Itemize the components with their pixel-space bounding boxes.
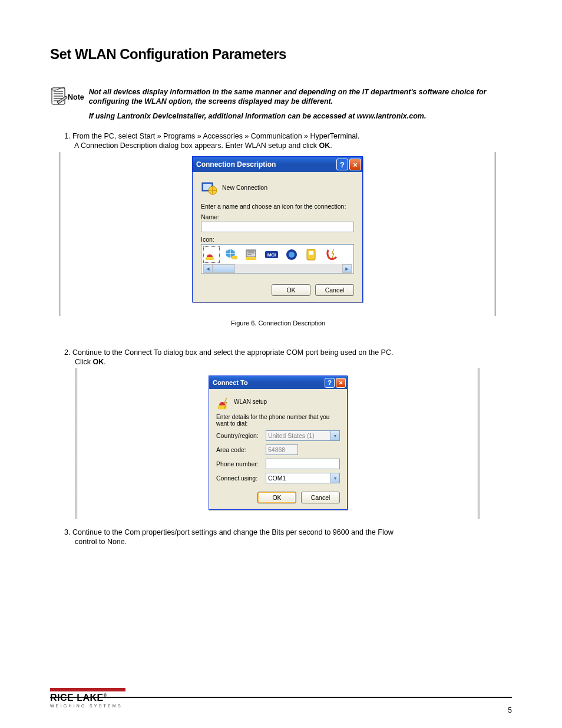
globe-dark-icon[interactable] (283, 246, 300, 263)
country-select[interactable] (266, 430, 340, 441)
country-label: Country/region: (216, 432, 262, 439)
area-code-label: Area code: (216, 446, 262, 453)
page-number: 5 (508, 706, 512, 714)
step1-line1: 1. From the PC, select Start » Programs … (64, 132, 360, 140)
chevron-down-icon[interactable]: ▾ (330, 473, 339, 483)
mci-icon[interactable]: MCI (263, 246, 280, 263)
globe-phone-icon[interactable] (223, 246, 240, 263)
modem-icon[interactable] (243, 246, 260, 263)
connect-using-label: Connect using: (216, 475, 262, 482)
brand-logo: RICE LAKE® (50, 693, 107, 703)
icon-scrollbar[interactable]: ◄ ► (203, 264, 352, 273)
cancel-button[interactable]: Cancel (315, 284, 354, 296)
svg-point-17 (289, 252, 295, 258)
svg-rect-11 (232, 256, 237, 259)
figure6-caption: Figure 6. Connection Description (231, 319, 325, 327)
scroll-track[interactable] (235, 264, 342, 273)
note-text-2: If using Lantronix DeviceInstaller, addi… (89, 111, 515, 121)
cancel-button[interactable]: Cancel (301, 492, 340, 503)
connection-description-dialog: Connection Description ? × New Connectio… (192, 156, 363, 302)
step2-line1: 2. Continue to the Connect To dialog box… (64, 348, 393, 357)
page-title: Set WLAN Configuration Parameters (50, 46, 286, 62)
step2-line2a: Click (75, 358, 93, 366)
svg-text:MCI: MCI (267, 252, 276, 258)
ok-button[interactable]: OK (257, 492, 296, 503)
dialog1-titlebar: Connection Description ? × (193, 157, 362, 172)
svg-rect-19 (309, 251, 313, 255)
area-code-input[interactable] (266, 444, 298, 455)
step3-line1: 3. Continue to the Com properties/port s… (64, 528, 394, 536)
step3-line2: control to None. (75, 538, 127, 546)
step2-line2: Click OK. (75, 358, 106, 366)
svg-rect-9 (206, 257, 214, 260)
svg-rect-13 (246, 257, 256, 260)
scan-edge-right-1 (494, 152, 496, 316)
step1-line2-tail: . (330, 141, 332, 150)
scroll-left-button[interactable]: ◄ (203, 264, 213, 273)
step2-ok-bold: OK (93, 358, 104, 366)
wlan-setup-icon (216, 395, 229, 408)
dialog1-icon-label: New Connection (222, 184, 267, 191)
phone-modem-icon[interactable] (203, 246, 220, 263)
dialog2-titlebar: Connect To ? × (209, 376, 347, 389)
note-label: Note (68, 93, 84, 101)
close-button[interactable]: × (336, 378, 346, 388)
icon-picker[interactable]: MCI ◄ ► (201, 244, 354, 274)
help-button[interactable]: ? (336, 159, 348, 170)
name-input[interactable] (201, 222, 354, 232)
step2-line2b: . (104, 358, 105, 366)
dialog1-title: Connection Description (196, 160, 335, 169)
icon-label: Icon: (201, 236, 354, 243)
footer-redbar (50, 688, 125, 691)
step1-ok-bold: OK (319, 141, 330, 150)
phone-number-input[interactable] (266, 459, 340, 469)
step1-line2: A Connection Description dialog box appe… (74, 141, 332, 150)
satellite-icon[interactable] (303, 246, 320, 263)
help-button[interactable]: ? (325, 378, 335, 388)
brand-subtitle: WEIGHING SYSTEMS (50, 704, 123, 708)
dialog2-hint: Enter details for the phone number that … (216, 414, 340, 427)
note-block: Note Not all devices display information… (50, 87, 515, 121)
name-label: Name: (201, 213, 354, 220)
dialog2-icon-label: WLAN setup (234, 398, 267, 405)
chevron-down-icon[interactable]: ▾ (330, 431, 339, 440)
note-text-1: Not all devices display information in t… (89, 87, 515, 107)
connect-using-select[interactable] (266, 473, 340, 483)
scan-edge-right-2 (477, 368, 480, 519)
connect-to-dialog: Connect To ? × WLAN setup Enter details … (209, 375, 348, 510)
scroll-right-button[interactable]: ► (342, 264, 352, 273)
phone-number-label: Phone number: (216, 460, 262, 467)
phone-lightning-icon[interactable] (323, 246, 340, 263)
new-connection-icon (201, 179, 217, 196)
step1-line2-text: A Connection Description dialog box appe… (74, 141, 319, 150)
scroll-thumb[interactable] (213, 264, 235, 273)
scan-edge-left-2 (75, 368, 78, 519)
scan-edge-left-1 (59, 152, 61, 316)
close-button[interactable]: × (349, 159, 361, 170)
dialog2-title: Connect To (213, 379, 323, 386)
ok-button[interactable]: OK (272, 284, 310, 296)
footer-rule (50, 697, 512, 698)
dialog1-hint: Enter a name and choose an icon for the … (201, 203, 354, 210)
note-paper-icon (50, 87, 68, 107)
